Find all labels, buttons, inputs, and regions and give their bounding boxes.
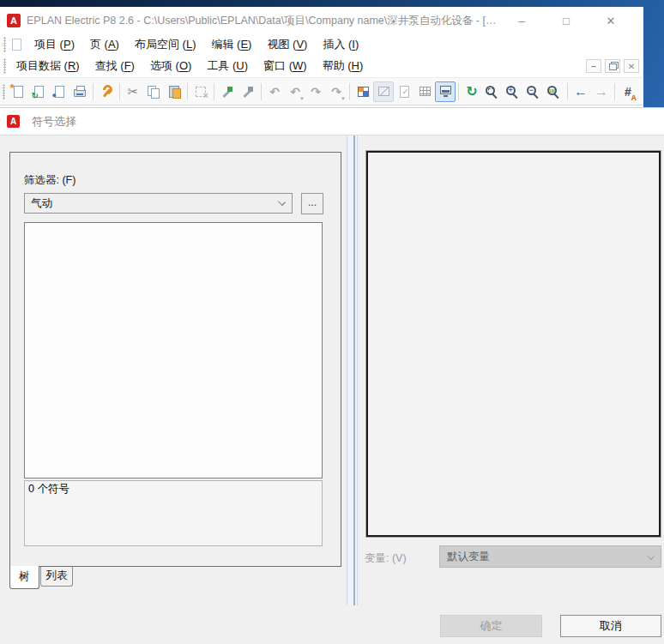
redo-list-button[interactable] xyxy=(326,81,347,102)
grid-a-button[interactable] xyxy=(618,81,638,102)
graphics-preview-button[interactable] xyxy=(373,81,394,102)
redo-list-icon xyxy=(331,85,341,99)
mdi-close-button[interactable]: ✕ xyxy=(624,59,639,73)
variant-dropdown[interactable]: 默认变量 xyxy=(439,545,661,568)
open-page-button[interactable] xyxy=(28,81,49,102)
window-titlebar: A EPLAN Electric P8 2.6 - C:\Users\Publi… xyxy=(0,7,643,34)
menu-o[interactable]: 选项 (O) xyxy=(142,57,199,75)
refresh-icon xyxy=(466,85,477,99)
main-toolbar xyxy=(0,77,643,105)
open-page-icon xyxy=(34,86,44,98)
back-button[interactable] xyxy=(570,81,591,102)
eplan-main-window: A EPLAN Electric P8 2.6 - C:\Users\Publi… xyxy=(0,7,643,107)
menu-p[interactable]: 项目 (P) xyxy=(27,35,82,54)
print-button[interactable] xyxy=(69,81,90,102)
window-layout-icon xyxy=(358,87,369,97)
close-button[interactable]: ✕ xyxy=(599,15,623,27)
close-page-button[interactable] xyxy=(49,81,69,102)
toolbar-separator xyxy=(93,83,94,100)
toolbar-drag-handle xyxy=(3,37,6,52)
zoom-100-icon xyxy=(547,86,557,95)
minimize-button[interactable]: – xyxy=(510,15,534,27)
undo-button[interactable] xyxy=(264,81,285,102)
menu-w[interactable]: 窗口 (W) xyxy=(256,57,315,75)
toolbar-separator xyxy=(261,83,262,100)
print-icon xyxy=(74,89,86,97)
toolbar-separator xyxy=(119,83,120,100)
toolbar-drag-handle xyxy=(3,84,5,99)
refresh-button[interactable] xyxy=(462,81,482,102)
mdi-restore-button[interactable] xyxy=(605,59,620,73)
wrench-icon xyxy=(100,85,113,99)
chevron-down-icon xyxy=(647,552,655,560)
menu-h[interactable]: 帮助 (H) xyxy=(315,57,371,75)
toolbar-separator xyxy=(214,83,214,100)
toolbar-drag-handle xyxy=(3,58,6,74)
menu-v[interactable]: 视图 (V) xyxy=(259,35,315,54)
ok-button[interactable]: 确定 xyxy=(440,615,542,637)
check-page-icon xyxy=(400,86,409,98)
tab-list[interactable]: 列表 xyxy=(40,567,73,587)
cut-button[interactable] xyxy=(123,81,143,102)
symbol-selection-dialog: A 符号选择 筛选器: (F) 气动 ... 0 个符号 树 列表 变量: (V… xyxy=(0,107,664,644)
wrench-button[interactable] xyxy=(96,81,117,102)
redo-button[interactable] xyxy=(305,81,326,102)
menu-i[interactable]: 插入 (I) xyxy=(315,35,366,54)
zoom-out-icon xyxy=(527,86,536,95)
zoom-out-button[interactable] xyxy=(523,81,544,102)
copy-button[interactable] xyxy=(143,81,164,102)
mdi-minimize-button[interactable]: – xyxy=(586,59,601,73)
table-button[interactable] xyxy=(414,81,435,102)
undo-list-icon xyxy=(290,85,300,99)
close-page-icon xyxy=(55,86,64,98)
menubar-row1: 项目 (P)页 (A)布局空间 (L)编辑 (E)视图 (V)插入 (I) xyxy=(0,34,643,55)
zoom-100-button[interactable] xyxy=(544,81,564,102)
forward-button[interactable] xyxy=(591,81,612,102)
monitor-icon xyxy=(440,86,451,94)
menu-u[interactable]: 工具 (U) xyxy=(199,57,256,75)
redo-icon xyxy=(311,85,321,99)
toolbar-separator xyxy=(187,83,188,100)
menu-a[interactable]: 页 (A) xyxy=(82,35,127,54)
filter-more-button[interactable]: ... xyxy=(301,193,323,214)
delete-placement-button[interactable] xyxy=(190,81,211,102)
zoom-window-icon xyxy=(486,86,495,95)
symbol-tree-list[interactable] xyxy=(24,222,323,478)
tab-tree[interactable]: 树 xyxy=(9,566,39,589)
maximize-button[interactable]: □ xyxy=(554,15,578,27)
filter-label: 筛选器: (F) xyxy=(24,173,75,188)
check-page-button[interactable] xyxy=(394,81,414,102)
new-page-button[interactable] xyxy=(8,81,28,102)
undo-list-button[interactable] xyxy=(285,81,305,102)
grid-b-button[interactable] xyxy=(638,81,643,102)
toolbar-separator xyxy=(567,83,568,100)
panel-splitter[interactable] xyxy=(347,135,358,605)
toolbar-separator xyxy=(458,83,459,100)
menu-l[interactable]: 布局空间 (L) xyxy=(127,35,204,54)
eplan-logo-icon: A xyxy=(7,115,20,128)
menu-f[interactable]: 查找 (F) xyxy=(88,57,142,75)
zoom-in-button[interactable] xyxy=(503,81,523,102)
cancel-button[interactable]: 取消 xyxy=(560,615,661,637)
table-icon xyxy=(420,87,431,96)
symbol-count-status: 0 个符号 xyxy=(24,480,323,546)
eplan-logo-icon: A xyxy=(7,14,21,27)
paste-button[interactable] xyxy=(164,81,184,102)
window-layout-button[interactable] xyxy=(353,81,373,102)
toolbar-separator xyxy=(614,83,615,100)
menu-e[interactable]: 编辑 (E) xyxy=(203,35,259,54)
zoom-window-button[interactable] xyxy=(482,81,503,102)
copy-format-button[interactable] xyxy=(217,81,238,102)
new-page-icon xyxy=(12,39,21,51)
symbol-preview-pane xyxy=(366,151,661,537)
monitor-button[interactable] xyxy=(435,81,456,102)
dialog-titlebar: A 符号选择 xyxy=(0,108,664,135)
assign-format-button[interactable] xyxy=(238,81,258,102)
filter-dropdown[interactable]: 气动 xyxy=(24,193,293,214)
cut-icon xyxy=(128,85,139,99)
new-page-icon xyxy=(14,86,23,98)
restore-icon xyxy=(609,63,617,69)
copy-format-icon xyxy=(220,85,234,99)
undo-icon xyxy=(269,85,280,99)
menu-r[interactable]: 项目数据 (R) xyxy=(9,57,88,75)
